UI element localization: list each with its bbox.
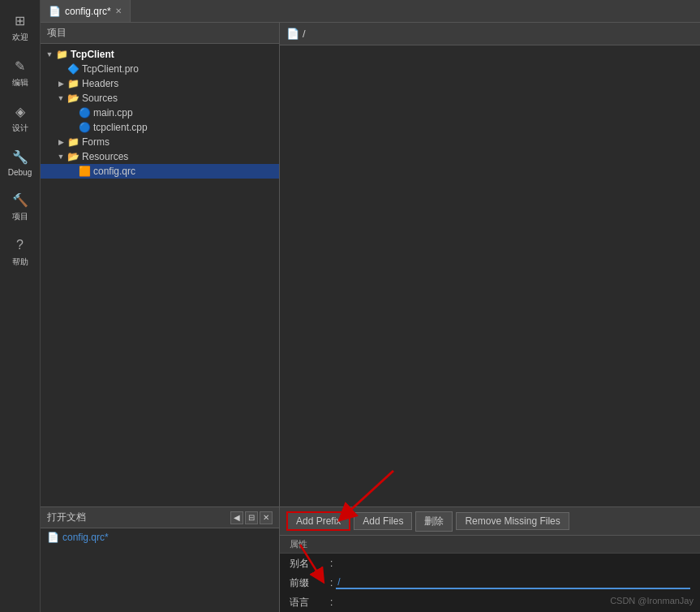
language-separator: : <box>330 597 333 608</box>
breadcrumb-icon: 📄 <box>286 28 299 40</box>
editor-panel: 📄 / Add Prefix Add Files 删除 Remove Missi… <box>280 23 700 612</box>
sidebar-label-help: 帮助 <box>12 256 28 268</box>
sidebar-item-project[interactable]: 🔨 项目 <box>0 183 40 229</box>
sidebar-label-project: 项目 <box>12 211 28 222</box>
sidebar-label-welcome: 欢迎 <box>12 32 28 43</box>
sidebar-item-welcome[interactable]: ⊞ 欢迎 <box>0 4 40 50</box>
tree-label-headers: Headers <box>82 78 118 89</box>
file-icon-pro: 🔷 <box>67 63 79 75</box>
language-label: 语言 <box>290 596 330 610</box>
sidebar-item-debug[interactable]: 🔧 Debug <box>0 140 40 183</box>
sidebar-label-design: 设计 <box>12 123 28 134</box>
delete-button[interactable]: 删除 <box>415 511 453 532</box>
tab-icon: 📄 <box>49 6 61 17</box>
add-files-button[interactable]: Add Files <box>354 512 412 530</box>
file-icon-tcpclient-cpp: 🔵 <box>78 122 91 133</box>
bottom-panel-close-button[interactable]: ✕ <box>260 511 273 524</box>
tree-arrow-resources: ▼ <box>55 153 67 161</box>
tree-label-forms: Forms <box>82 136 110 148</box>
tab-label: config.qrc* <box>65 6 111 17</box>
tree-item-sources[interactable]: ▼ 📂 Sources <box>41 91 279 106</box>
breadcrumb-path: / <box>303 28 306 40</box>
file-panel: 项目 ▼ 📁 TcpClient 🔷 TcpClient.pro <box>41 23 280 612</box>
resource-buttons-bar: Add Prefix Add Files 删除 Remove Missing F… <box>280 506 700 536</box>
folder-icon-sources: 📂 <box>67 93 79 104</box>
main-area: 📄 config.qrc* ✕ 项目 ▼ 📁 TcpClient <box>41 0 700 612</box>
watermark: CSDN @IronmanJay <box>610 596 694 606</box>
alias-label: 别名 <box>290 557 330 571</box>
alias-separator: : <box>330 558 333 569</box>
sidebar: ⊞ 欢迎 ✎ 编辑 ◈ 设计 🔧 Debug 🔨 项目 ? 帮助 <box>0 0 41 612</box>
prop-row-alias: 别名 : <box>280 554 700 573</box>
bottom-panel-float-button[interactable]: ⊟ <box>245 511 258 524</box>
sidebar-label-debug: Debug <box>8 168 32 177</box>
sidebar-item-help[interactable]: ? 帮助 <box>0 229 40 274</box>
debug-icon: 🔧 <box>11 147 30 166</box>
prefix-input[interactable] <box>336 576 690 589</box>
editor-breadcrumb-bar: 📄 / <box>280 23 700 45</box>
design-icon: ◈ <box>11 101 30 121</box>
folder-icon-tcpclient: 📁 <box>55 49 68 60</box>
bottom-panel-controls: ◀ ⊟ ✕ <box>230 511 273 524</box>
tree-label-resources: Resources <box>82 151 128 162</box>
tree-item-forms[interactable]: ▶ 📁 Forms <box>41 135 279 149</box>
file-tree[interactable]: ▼ 📁 TcpClient 🔷 TcpClient.pro ▶ 📁 Hea <box>41 44 279 506</box>
tree-label-tcpclient-cpp: tcpclient.cpp <box>93 122 148 133</box>
sidebar-item-edit[interactable]: ✎ 编辑 <box>0 50 40 95</box>
bottom-panel-file-label: config.qrc* <box>62 532 109 543</box>
tree-item-main-cpp[interactable]: 🔵 main.cpp <box>41 106 279 120</box>
bottom-panel-item-config[interactable]: 📄 config.qrc* <box>41 528 279 546</box>
folder-icon-resources: 📂 <box>67 151 79 162</box>
add-prefix-button[interactable]: Add Prefix <box>286 511 350 531</box>
tree-arrow-headers: ▶ <box>55 80 67 88</box>
welcome-icon: ⊞ <box>11 11 30 30</box>
file-icon-config: 🟧 <box>78 166 91 177</box>
sidebar-label-edit: 编辑 <box>12 77 28 88</box>
tree-item-tcpclient[interactable]: ▼ 📁 TcpClient <box>41 47 279 62</box>
tree-arrow-forms: ▶ <box>55 138 67 146</box>
help-icon: ? <box>11 235 30 255</box>
tree-label-sources: Sources <box>82 93 118 104</box>
sidebar-item-design[interactable]: ◈ 设计 <box>0 95 40 140</box>
folder-icon-headers: 📁 <box>67 78 79 89</box>
prop-row-prefix: 前缀 : <box>280 573 700 593</box>
file-icon-main: 🔵 <box>78 107 91 119</box>
tree-label-pro: TcpClient.pro <box>82 63 139 75</box>
section-label: 属性 <box>290 539 307 549</box>
tree-item-tcpclient-cpp[interactable]: 🔵 tcpclient.cpp <box>41 120 279 135</box>
tree-item-resources[interactable]: ▼ 📂 Resources <box>41 149 279 164</box>
tree-item-pro[interactable]: 🔷 TcpClient.pro <box>41 62 279 76</box>
prefix-separator: : <box>330 577 333 588</box>
tree-label-main: main.cpp <box>93 107 133 119</box>
tab-bar: 📄 config.qrc* ✕ <box>41 0 700 23</box>
editor-content[interactable] <box>280 45 700 506</box>
tree-item-config-qrc[interactable]: 🟧 config.qrc <box>41 164 279 179</box>
tab-close-button[interactable]: ✕ <box>115 6 122 15</box>
project-icon: 🔨 <box>11 190 30 209</box>
tree-arrow-sources: ▼ <box>55 94 67 102</box>
bottom-panel-header: 打开文档 ◀ ⊟ ✕ <box>41 507 279 528</box>
properties-section-header: 属性 <box>280 536 700 554</box>
remove-missing-files-button[interactable]: Remove Missing Files <box>456 512 569 530</box>
tree-label-tcpclient: TcpClient <box>71 49 114 60</box>
tree-label-config: config.qrc <box>93 166 135 177</box>
content-area: 项目 ▼ 📁 TcpClient 🔷 TcpClient.pro <box>41 23 700 612</box>
tree-item-headers[interactable]: ▶ 📁 Headers <box>41 76 279 91</box>
tab-config-qrc[interactable]: 📄 config.qrc* ✕ <box>41 0 131 22</box>
bottom-panel-pin-button[interactable]: ◀ <box>230 511 243 524</box>
bottom-panel-title: 打开文档 <box>47 511 86 524</box>
panel-header: 项目 <box>41 23 279 44</box>
folder-icon-forms: 📁 <box>67 136 79 148</box>
tree-arrow-tcpclient: ▼ <box>44 50 55 58</box>
bottom-panel-file-icon: 📄 <box>47 532 59 543</box>
prefix-label: 前缀 <box>290 576 330 590</box>
panel-header-label: 项目 <box>47 26 67 40</box>
edit-icon: ✎ <box>11 56 30 75</box>
